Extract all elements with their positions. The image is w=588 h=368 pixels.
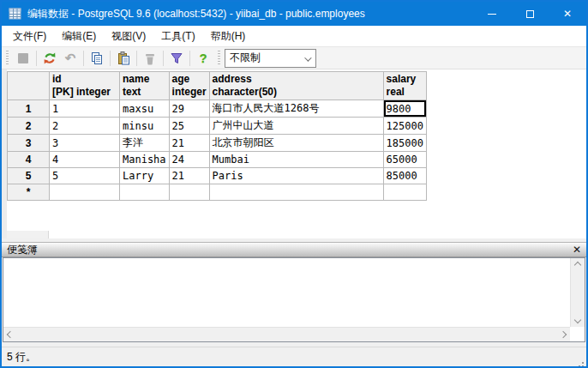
toolbar-delete-button[interactable] [140, 49, 160, 68]
grid-cell[interactable]: 125000 [383, 118, 426, 135]
grid-cell-selected[interactable]: 9800 [383, 100, 426, 118]
row-number[interactable]: 5 [8, 168, 50, 184]
maximize-icon [526, 10, 534, 18]
toolbar-grip[interactable] [6, 51, 9, 66]
row-count-status: 5 行。 [7, 350, 36, 365]
table-grid-app-icon [9, 7, 22, 21]
funnel-filter-icon [170, 51, 183, 65]
toolbar-separator [83, 51, 84, 66]
column-header-address[interactable]: addresscharacter(50) [209, 72, 383, 100]
toolbar-filter-button[interactable] [166, 49, 187, 68]
grid-cell[interactable]: 5 [50, 168, 120, 184]
column-header-salary[interactable]: salaryreal [383, 72, 426, 100]
toolbar-save-button[interactable] [13, 49, 33, 68]
horizontal-scrollbar[interactable] [3, 327, 570, 341]
app-window: 编辑数据 - PostgreSQL 9.6 (localhost:5432) -… [0, 0, 588, 368]
grid-cell[interactable]: 4 [50, 152, 120, 168]
grid-cell[interactable]: 1 [50, 100, 120, 118]
maximize-button[interactable] [511, 2, 549, 26]
data-grid-region: id[PK] integernametextageintegeraddressc… [2, 69, 586, 238]
menu-item[interactable]: 文件(F) [5, 26, 54, 46]
trash-icon [143, 51, 157, 65]
grid-cell[interactable] [383, 184, 426, 201]
grid-cell[interactable]: 海口市人民大道1268号 [209, 100, 383, 118]
menu-bar: 文件(F)编辑(E)视图(V)工具(T)帮助(H) [2, 26, 586, 47]
new-row-marker[interactable]: * [8, 184, 50, 201]
toolbar-help-button[interactable]: ? [193, 49, 213, 68]
scratchpad-close-icon[interactable]: ✕ [573, 244, 581, 255]
row-number[interactable]: 2 [8, 118, 50, 135]
scroll-up-icon[interactable] [574, 262, 581, 268]
copy-icon [90, 51, 104, 65]
grid-cell[interactable] [169, 184, 209, 201]
column-header-name[interactable]: nametext [120, 72, 170, 100]
toolbar: ↶ [2, 47, 586, 69]
grid-cell[interactable]: 185000 [383, 135, 426, 152]
row-number[interactable]: 1 [8, 100, 50, 118]
toolbar-separator [110, 51, 111, 66]
table-row: 11maxsu29海口市人民大道1268号9800 [8, 100, 427, 118]
vertical-scrollbar[interactable] [570, 258, 585, 327]
row-number[interactable]: 4 [8, 152, 50, 168]
menu-item[interactable]: 工具(T) [153, 26, 202, 46]
grid-cell[interactable] [120, 184, 170, 201]
toolbar-copy-button[interactable] [87, 49, 107, 68]
grid-cell[interactable]: Paris [209, 168, 383, 184]
grid-cell[interactable]: 21 [169, 135, 209, 152]
data-grid: id[PK] integernametextageintegeraddressc… [7, 71, 427, 201]
grid-cell[interactable]: 广州中山大道 [209, 118, 383, 135]
grid-cell[interactable]: 85000 [383, 168, 426, 184]
grid-cell[interactable]: Larry [120, 168, 170, 184]
title-bar: 编辑数据 - PostgreSQL 9.6 (localhost:5432) -… [2, 2, 586, 26]
grid-cell[interactable] [50, 184, 120, 201]
grid-header-row: id[PK] integernametextageintegeraddressc… [8, 72, 427, 100]
undo-icon: ↶ [65, 51, 76, 64]
grid-cell[interactable]: 25 [169, 118, 209, 135]
scratchpad-title: 便笺簿 [7, 243, 573, 257]
grid-cell[interactable]: 3 [50, 135, 120, 152]
grid-cell[interactable]: 李洋 [120, 135, 170, 152]
grid-cell[interactable]: 65000 [383, 152, 426, 168]
toolbar-grip[interactable] [218, 51, 220, 66]
menu-item[interactable]: 编辑(E) [54, 26, 104, 46]
close-icon: ✕ [563, 9, 572, 19]
grid-cell[interactable]: minsu [120, 118, 170, 135]
grid-cell[interactable] [209, 184, 383, 201]
scroll-left-icon[interactable] [7, 331, 14, 338]
window-title: 编辑数据 - PostgreSQL 9.6 (localhost:5432) -… [27, 7, 365, 21]
toolbar-separator [163, 51, 164, 66]
grid-cell[interactable]: Manisha [120, 152, 170, 168]
grid-cell[interactable]: 北京市朝阳区 [209, 135, 383, 152]
menu-item[interactable]: 视图(V) [104, 26, 153, 46]
close-button[interactable]: ✕ [549, 2, 586, 26]
grid-cell[interactable]: 2 [50, 118, 120, 135]
grid-cell[interactable]: 29 [169, 100, 209, 118]
paste-icon [117, 51, 130, 65]
scratchpad-textarea[interactable] [3, 257, 585, 342]
refresh-icon [43, 51, 57, 65]
row-number[interactable]: 3 [8, 135, 50, 152]
grid-cell[interactable]: maxsu [120, 100, 170, 118]
menu-item[interactable]: 帮助(H) [203, 26, 254, 46]
minimize-button[interactable] [473, 2, 511, 26]
toolbar-undo-button[interactable]: ↶ [60, 49, 81, 68]
row-limit-combobox[interactable]: 不限制 [225, 49, 316, 68]
toolbar-separator [36, 51, 37, 66]
grid-corner-cell[interactable] [8, 72, 50, 100]
minimize-icon [488, 14, 496, 15]
chevron-down-icon [304, 54, 311, 61]
scroll-right-icon[interactable] [560, 331, 567, 338]
grid-cell[interactable]: 21 [169, 168, 209, 184]
grid-cell[interactable]: 24 [169, 152, 209, 168]
scratchpad-header: 便笺簿 ✕ [2, 243, 586, 257]
table-row: 55Larry21Paris85000 [8, 168, 427, 184]
toolbar-paste-button[interactable] [113, 49, 134, 68]
row-limit-value: 不限制 [230, 51, 261, 65]
column-header-age[interactable]: ageinteger [169, 72, 209, 100]
scroll-down-icon[interactable] [574, 317, 581, 323]
column-header-id[interactable]: id[PK] integer [50, 72, 120, 100]
toolbar-refresh-button[interactable] [39, 49, 60, 68]
new-row: * [8, 184, 427, 201]
resize-grip-icon[interactable] [582, 362, 584, 364]
grid-cell[interactable]: Mumbai [209, 152, 383, 168]
